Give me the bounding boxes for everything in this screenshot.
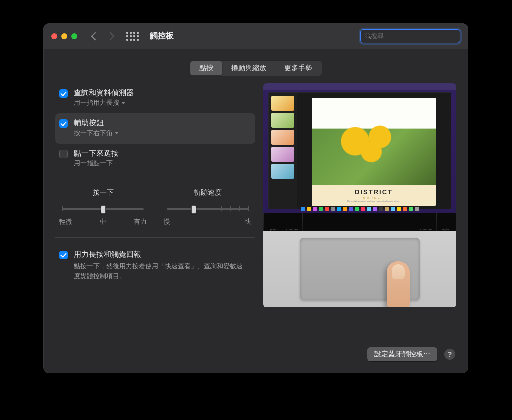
tap-to-click-subtitle: 用一指點一下 — [74, 159, 119, 168]
preview-doc-tagline: Home-style prepared foods and necessitie… — [348, 200, 400, 202]
tap-to-click-title: 點一下來選按 — [74, 149, 119, 158]
option-secondary-click[interactable]: 輔助按鈕 按一下右下角 — [56, 114, 256, 144]
close-window-button[interactable] — [52, 34, 58, 40]
tab-scroll-zoom[interactable]: 捲動與縮放 — [222, 62, 276, 76]
option-force-click[interactable]: 用力長按和觸覺回報 點按一下，然後用力按着使用「快速查看」、查詢和變數速度媒體控… — [56, 247, 256, 284]
preview-doc-title: DISTRICT — [355, 188, 393, 196]
chevron-down-icon — [122, 102, 126, 104]
tracking-slider-right-label: 快 — [245, 218, 252, 226]
click-slider-thumb[interactable] — [101, 206, 106, 214]
tab-more-gestures[interactable]: 更多手勢 — [276, 62, 322, 76]
tracking-speed-slider[interactable] — [167, 204, 248, 214]
show-all-icon[interactable] — [126, 32, 139, 41]
gesture-preview-video: DISTRICT MARKET Home-style prepared food… — [264, 84, 456, 308]
preview-trackpad — [264, 232, 456, 308]
click-pressure-slider-block: 按一下 輕微 中 有力 — [58, 188, 148, 226]
force-click-checkbox[interactable] — [60, 251, 68, 260]
click-pressure-slider[interactable] — [62, 204, 144, 214]
forward-button[interactable] — [106, 32, 115, 40]
zoom-window-button[interactable] — [72, 34, 78, 40]
chevron-down-icon — [115, 132, 119, 134]
nav-buttons — [92, 34, 114, 40]
force-click-title: 用力長按和觸覺回報 — [74, 250, 249, 260]
preferences-window: 觸控板 點按 捲動與縮放 更多手勢 查詢和資料偵測器 用一指用力長按 — [44, 24, 468, 374]
search-input[interactable] — [370, 32, 456, 40]
tracking-speed-slider-block: 軌跡速度 慢 快 — [163, 188, 252, 226]
tracking-slider-label: 軌跡速度 — [163, 188, 252, 198]
click-slider-left-label: 輕微 — [60, 218, 72, 226]
help-button[interactable]: ? — [444, 349, 456, 360]
preview-dock — [264, 206, 456, 214]
click-slider-mid-label: 中 — [100, 218, 106, 226]
tap-to-click-checkbox[interactable] — [60, 150, 68, 158]
secondary-click-subtitle-dropdown[interactable]: 按一下右下角 — [74, 129, 119, 138]
click-slider-label: 按一下 — [58, 188, 148, 198]
window-title: 觸控板 — [150, 31, 174, 42]
preview-doc-subtitle: MARKET — [363, 196, 384, 200]
tracking-slider-left-label: 慢 — [164, 218, 170, 226]
window-traffic-lights — [52, 34, 78, 40]
divider — [56, 179, 256, 180]
lookup-title: 查詢和資料偵測器 — [74, 88, 134, 97]
setup-bluetooth-trackpad-button[interactable]: 設定藍牙觸控板⋯ — [368, 348, 438, 362]
tab-point-click[interactable]: 點按 — [190, 62, 222, 76]
back-button[interactable] — [92, 32, 100, 40]
minimize-window-button[interactable] — [62, 34, 68, 40]
force-click-description: 點按一下，然後用力按着使用「快速查看」、查詢和變數速度媒體控制項目。 — [74, 262, 249, 281]
options-column: 查詢和資料偵測器 用一指用力長按 輔助按鈕 按一下右下角 — [56, 84, 256, 308]
option-lookup[interactable]: 查詢和資料偵測器 用一指用力長按 — [56, 84, 256, 114]
search-field[interactable] — [360, 30, 460, 44]
lookup-checkbox[interactable] — [60, 90, 68, 98]
lookup-subtitle-dropdown[interactable]: 用一指用力長按 — [74, 98, 134, 108]
footer: 設定藍牙觸控板⋯ ? — [368, 348, 456, 362]
secondary-click-title: 輔助按鈕 — [74, 118, 119, 127]
preview-keyboard-row: ptioncommandcommandoption — [264, 214, 456, 232]
option-tap-to-click[interactable]: 點一下來選按 用一指點一下 — [56, 144, 256, 174]
click-slider-right-label: 有力 — [134, 218, 147, 226]
window-toolbar: 觸控板 — [44, 24, 468, 50]
tab-segmented-control[interactable]: 點按 捲動與縮放 更多手勢 — [190, 60, 322, 76]
secondary-click-checkbox[interactable] — [60, 120, 68, 128]
search-icon — [365, 33, 367, 40]
tracking-slider-thumb[interactable] — [192, 206, 196, 214]
preview-finger — [387, 262, 410, 308]
divider — [56, 238, 256, 238]
